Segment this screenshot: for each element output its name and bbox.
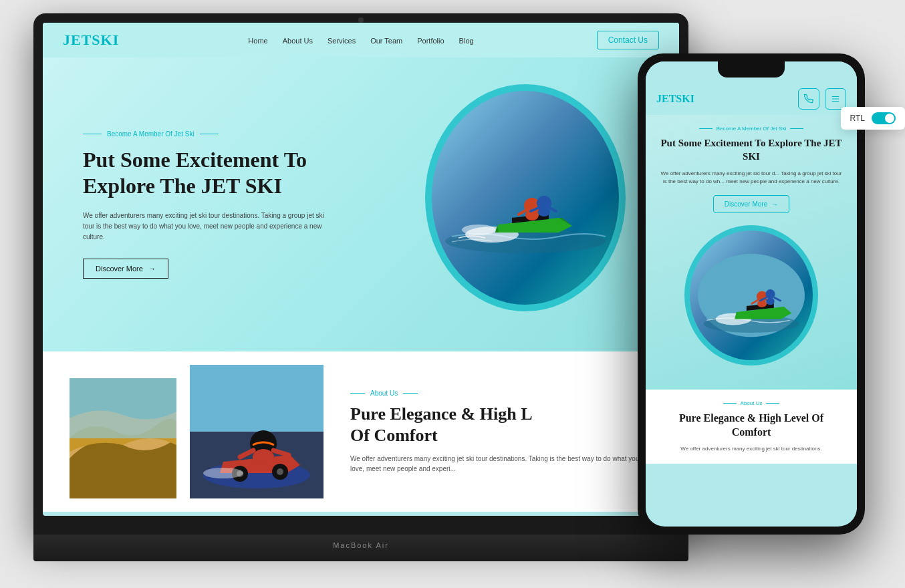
phone-logo-ski: SKI [676, 93, 694, 104]
nav-services[interactable]: Services [328, 37, 356, 45]
contact-us-button[interactable]: Contact Us [597, 31, 659, 49]
rtl-toggle[interactable] [872, 112, 896, 124]
nav-about[interactable]: About Us [283, 37, 313, 45]
phone-hero-title: Put Some Excitement To Explore The JET S… [659, 137, 844, 163]
phone-screen: JETSKI [646, 61, 857, 527]
phone-discover-button[interactable]: Discover More → [713, 195, 789, 213]
phone-call-button[interactable] [798, 88, 819, 110]
phone-notch [718, 61, 785, 78]
site-nav: JETSKI Home About Us Services Our Team P… [43, 23, 679, 57]
about-text: About Us Pure Elegance & High L Of Comfo… [337, 390, 652, 473]
hero-image-circle [412, 71, 639, 325]
phone-body: JETSKI [638, 53, 865, 535]
phone-hero-subtitle: Become A Member Of Jet Ski [659, 126, 844, 132]
phone-jetski-image [690, 231, 813, 360]
hero-section: Become A Member Of Jet Ski Put Some Exci… [43, 57, 679, 351]
svg-point-18 [253, 449, 274, 465]
nav-links: Home About Us Services Our Team Portfoli… [248, 34, 473, 46]
laptop-body: JETSKI Home About Us Services Our Team P… [33, 13, 688, 535]
logo-ski: SKI [92, 31, 119, 48]
discover-more-button[interactable]: Discover More → [83, 259, 168, 279]
phone-logo: JETSKI [656, 93, 694, 105]
site-logo: JETSKI [63, 31, 119, 49]
nav-portfolio[interactable]: Portfolio [417, 37, 444, 45]
phone-about-description: We offer adventurers many exciting jet s… [659, 445, 844, 453]
svg-point-2 [462, 225, 495, 235]
phone-hero: Become A Member Of Jet Ski Put Some Exci… [646, 115, 857, 390]
phone-device: JETSKI [638, 53, 865, 535]
svg-point-27 [757, 300, 767, 307]
rtl-label: RTL [850, 114, 865, 123]
svg-rect-10 [190, 365, 324, 432]
svg-point-6 [538, 207, 550, 216]
arrow-icon: → [148, 265, 156, 273]
jetski-image [432, 91, 619, 305]
phone-about-subtitle: About Us [659, 400, 844, 406]
laptop-base: MacBook Air [33, 535, 688, 561]
about-image-1 [70, 378, 176, 498]
phone-nav-icons [798, 88, 846, 110]
nav-home[interactable]: Home [248, 37, 267, 45]
laptop-device: JETSKI Home About Us Services Our Team P… [33, 13, 688, 561]
nav-blog[interactable]: Blog [459, 37, 474, 45]
hero-text: Become A Member Of Jet Ski Put Some Exci… [83, 130, 364, 279]
about-image-2 [190, 365, 324, 498]
svg-point-29 [766, 298, 774, 305]
phone-about-title: Pure Elegance & High Level Of Comfort [659, 412, 844, 440]
hero-subtitle: Become A Member Of Jet Ski [83, 130, 364, 138]
phone-hero-description: We offer adventurers many exciting jet s… [659, 170, 844, 186]
about-title: Pure Elegance & High L Of Comfort [350, 404, 652, 445]
phone-about: About Us Pure Elegance & High Level Of C… [646, 390, 857, 464]
laptop-camera [358, 17, 364, 23]
svg-point-19 [203, 468, 243, 478]
toggle-knob [885, 114, 894, 123]
phone-jetski-image-container [678, 218, 825, 379]
about-subtitle: About Us [350, 390, 652, 397]
rtl-popup: RTL [841, 107, 905, 130]
phone-logo-jet: JET [656, 93, 676, 104]
svg-point-16 [277, 468, 283, 475]
logo-jet: JET [63, 31, 92, 48]
phone-menu-button[interactable] [825, 88, 846, 110]
about-description: We offer adventurers many exciting jet s… [350, 454, 652, 474]
laptop-screen: JETSKI Home About Us Services Our Team P… [43, 23, 679, 516]
phone-arrow-icon: → [771, 200, 778, 208]
nav-team[interactable]: Our Team [370, 37, 402, 45]
laptop-brand-label: MacBook Air [333, 541, 389, 549]
hero-title: Put Some Excitement To Explore The JET S… [83, 147, 364, 198]
hero-description: We offer adventurers many exciting jet s… [83, 210, 337, 243]
menu-icon [831, 94, 840, 104]
phone-nav: JETSKI [646, 83, 857, 115]
phone-icon [804, 94, 813, 104]
about-section: About Us Pure Elegance & High L Of Comfo… [43, 351, 679, 512]
